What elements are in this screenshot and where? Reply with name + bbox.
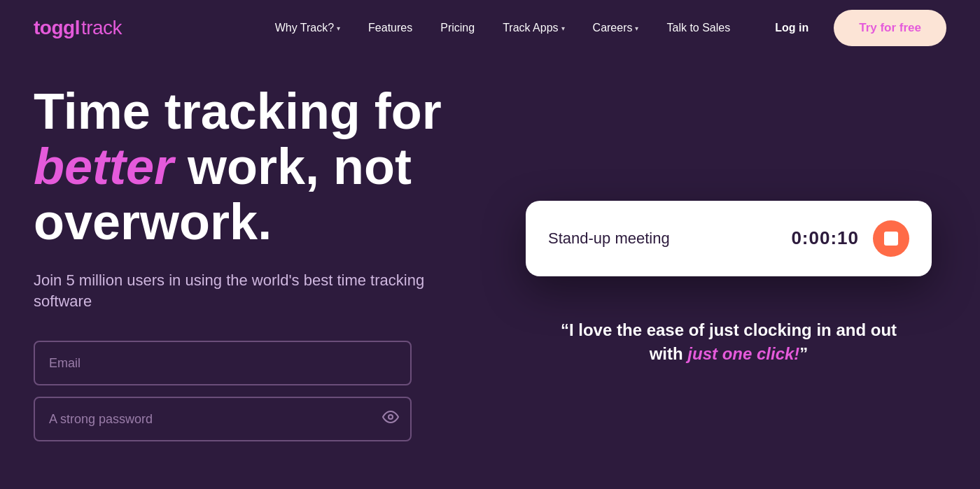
timer-label: Stand-up meeting [548, 229, 670, 248]
svg-point-0 [388, 415, 393, 419]
nav-features[interactable]: Features [357, 16, 424, 40]
stop-timer-button[interactable] [873, 220, 909, 257]
nav-why-track[interactable]: Why Track? ▾ [264, 16, 351, 40]
timer-time: 0:00:10 [791, 227, 859, 249]
logo-toggl: toggl [34, 17, 80, 39]
hero-section: Time tracking for better work, not overw… [0, 56, 980, 489]
hero-right: Stand-up meeting 0:00:10 “I love the eas… [469, 70, 946, 489]
password-input[interactable] [34, 397, 412, 441]
hero-title-highlight: better [34, 139, 174, 194]
timer-right: 0:00:10 [791, 220, 909, 257]
logo-track: track [81, 17, 122, 39]
timer-card: Stand-up meeting 0:00:10 [526, 201, 932, 276]
toggle-password-icon[interactable] [382, 409, 399, 430]
login-button[interactable]: Log in [764, 16, 820, 40]
testimonial-highlight: just one click! [687, 344, 799, 363]
hero-title: Time tracking for better work, not overw… [34, 84, 469, 250]
nav-talk-to-sales[interactable]: Talk to Sales [655, 16, 741, 40]
nav-actions: Log in Try for free [764, 10, 946, 46]
nav-pricing[interactable]: Pricing [429, 16, 486, 40]
hero-title-before: Time tracking for [34, 83, 442, 139]
nav-track-apps[interactable]: Track Apps ▾ [491, 16, 575, 40]
hero-left: Time tracking for better work, not overw… [34, 70, 469, 489]
chevron-down-icon: ▾ [635, 24, 638, 32]
stop-icon [884, 232, 898, 246]
email-input-wrapper [34, 341, 469, 385]
chevron-down-icon: ▾ [337, 24, 340, 32]
navigation: toggl track Why Track? ▾ Features Pricin… [0, 0, 980, 56]
nav-links: Why Track? ▾ Features Pricing Track Apps… [264, 16, 742, 40]
testimonial-after: ” [799, 344, 808, 363]
testimonial-text: “I love the ease of just clocking in and… [547, 318, 911, 365]
password-input-wrapper [34, 397, 412, 441]
logo[interactable]: toggl track [34, 17, 122, 39]
nav-careers[interactable]: Careers ▾ [582, 16, 650, 40]
hero-subtitle: Join 5 million users in using the world'… [34, 270, 469, 313]
try-for-free-button[interactable]: Try for free [834, 10, 946, 46]
testimonial: “I love the ease of just clocking in and… [547, 318, 911, 365]
chevron-down-icon: ▾ [561, 24, 565, 32]
email-input[interactable] [34, 341, 412, 385]
